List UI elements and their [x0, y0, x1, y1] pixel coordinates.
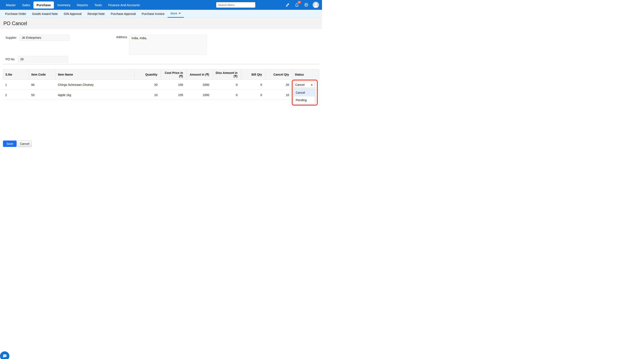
cell-cancel-qty: 10 — [266, 90, 292, 100]
header-quantity: Quantity — [134, 70, 161, 80]
user-avatar[interactable] — [313, 2, 319, 8]
cell-disc-amount: 0 — [213, 90, 241, 100]
header-status: Status — [292, 70, 319, 80]
title-bar: PO Cancel — [0, 18, 322, 29]
subnav-purchase-approval[interactable]: Purchase Approval — [108, 10, 139, 18]
cell-quantity: 20 — [134, 80, 161, 90]
subnav-more-label: More — [170, 12, 178, 15]
page-title: PO Cancel — [4, 21, 27, 26]
notification-badge: 31 — [297, 1, 301, 4]
subnav-purchase-invoice[interactable]: Purchase Invoice — [139, 10, 168, 18]
save-button[interactable]: Save — [3, 140, 16, 147]
nav-tools[interactable]: Tools — [91, 2, 105, 8]
cell-sno: 2 — [3, 90, 29, 100]
nav-purchase[interactable]: Purchase — [34, 2, 54, 8]
po-items-table: S.No Item Code Item Name Quantity Cost P… — [3, 70, 319, 100]
main-content: Supplier Address PO No S.No — [0, 29, 322, 147]
app-root: Master Sales Purchase Inventory Reports … — [0, 0, 322, 147]
chevron-up-icon — [311, 84, 313, 86]
status-selected-value: Cancel — [296, 83, 305, 86]
cell-quantity: 10 — [134, 90, 161, 100]
main-menu: Master Sales Purchase Inventory Reports … — [3, 2, 143, 8]
top-navigation: Master Sales Purchase Inventory Reports … — [0, 0, 322, 10]
cell-sno: 1 — [3, 80, 29, 90]
header-item-name: Item Name — [56, 70, 134, 80]
form-actions: Save Cancel — [3, 140, 319, 147]
search-input[interactable] — [216, 2, 256, 8]
cell-item-name: Chings Schezwan Chutney — [56, 80, 134, 90]
po-cancel-form: Supplier Address PO No — [3, 29, 319, 62]
cell-status: Cancel Cancel Pending — [292, 80, 319, 90]
cell-disc-amount: 0 — [213, 80, 241, 90]
status-option-pending[interactable]: Pending — [294, 96, 315, 104]
address-field[interactable] — [129, 34, 206, 55]
cell-item-code: 53 — [29, 90, 56, 100]
chevron-down-icon — [179, 13, 181, 14]
cell-amount: 1050 — [186, 90, 213, 100]
cell-bill-qty: 0 — [241, 80, 266, 90]
subnav-goods-inward-note[interactable]: Goods Inward Note — [29, 10, 61, 18]
status-options-menu: Cancel Pending — [294, 89, 315, 104]
cell-cost-price: 105 — [161, 90, 186, 100]
address-label: Address — [116, 34, 127, 55]
supplier-label: Supplier — [6, 34, 16, 40]
po-no-field[interactable] — [18, 56, 68, 62]
header-disc-amount: Disc Amount in (₹) — [213, 70, 241, 80]
subnav-more[interactable]: More — [168, 10, 184, 18]
table-row: 2 53 Apple 1kg 10 105 1050 0 0 10 — [3, 90, 319, 100]
form-table-divider — [3, 64, 319, 64]
subnav-receipt-note[interactable]: Receipt Note — [84, 10, 108, 18]
search-box — [216, 2, 256, 8]
cell-bill-qty: 0 — [241, 90, 266, 100]
header-amount: Amount in (₹) — [186, 70, 213, 80]
table-header-row: S.No Item Code Item Name Quantity Cost P… — [3, 70, 319, 80]
header-item-code: Item Code — [29, 70, 56, 80]
header-sno: S.No — [3, 70, 29, 80]
cell-amount: 2000 — [186, 80, 213, 90]
nav-sales[interactable]: Sales — [19, 2, 33, 8]
nav-reports[interactable]: Reports — [74, 2, 91, 8]
cell-cancel-qty: 20 — [266, 80, 292, 90]
header-cancel-qty: Cancel Qty — [266, 70, 292, 80]
nav-master[interactable]: Master — [3, 2, 19, 8]
po-no-label: PO No — [6, 58, 14, 61]
status-dropdown: Cancel Cancel Pending — [294, 82, 315, 88]
printer-icon[interactable] — [304, 2, 309, 8]
purchase-submenu: Purchase Order Goods Inward Note GIN App… — [0, 10, 322, 18]
gavel-icon[interactable] — [285, 2, 290, 8]
supplier-field[interactable] — [20, 34, 70, 41]
cancel-button[interactable]: Cancel — [18, 140, 32, 147]
subnav-gin-approval[interactable]: GIN Approval — [61, 10, 84, 18]
table-row: 1 94 Chings Schezwan Chutney 20 100 2000… — [3, 80, 319, 90]
header-bill-qty: Bill Qty — [241, 70, 266, 80]
subnav-purchase-order[interactable]: Purchase Order — [2, 10, 29, 18]
status-select[interactable]: Cancel — [294, 82, 315, 88]
nav-inventory[interactable]: Inventory — [54, 2, 74, 8]
cell-item-code: 94 — [29, 80, 56, 90]
nav-finance-and-accounts[interactable]: Finance And Accounts — [105, 2, 143, 8]
cell-item-name: Apple 1kg — [56, 90, 134, 100]
header-cost-price: Cost Price in (₹) — [161, 70, 186, 80]
topnav-right-section: 31 — [216, 2, 319, 8]
cell-cost-price: 100 — [161, 80, 186, 90]
notifications-bell-icon[interactable]: 31 — [294, 2, 300, 8]
status-option-cancel[interactable]: Cancel — [294, 89, 315, 96]
